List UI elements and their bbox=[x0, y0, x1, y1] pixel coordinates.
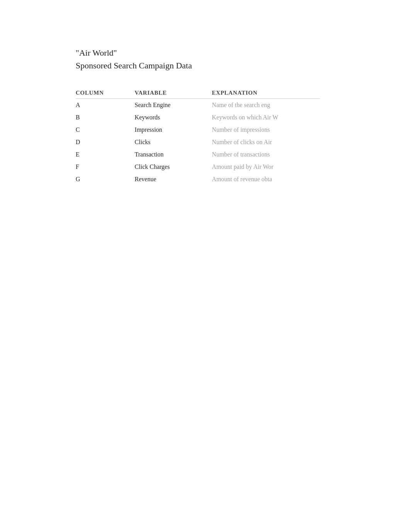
cell-explanation: Amount of revenue obta bbox=[212, 173, 320, 185]
cell-explanation: Number of transactions bbox=[212, 148, 320, 161]
cell-explanation: Name of the search eng bbox=[212, 99, 320, 112]
cell-column: E bbox=[76, 148, 135, 161]
title-section: "Air World" Sponsored Search Campaign Da… bbox=[76, 46, 410, 72]
cell-explanation: Number of impressions bbox=[212, 124, 320, 136]
table-row: GRevenueAmount of revenue obta bbox=[76, 173, 320, 185]
cell-variable: Search Engine bbox=[135, 99, 212, 112]
header-variable: VARIABLE bbox=[135, 87, 212, 99]
cell-column: C bbox=[76, 124, 135, 136]
header-explanation: EXPLANATION bbox=[212, 87, 320, 99]
cell-variable: Impression bbox=[135, 124, 212, 136]
main-title: "Air World" bbox=[76, 46, 410, 59]
cell-variable: Keywords bbox=[135, 111, 212, 124]
table-row: CImpressionNumber of impressions bbox=[76, 124, 320, 136]
table-body: ASearch EngineName of the search engBKey… bbox=[76, 99, 320, 186]
table-row: FClick ChargesAmount paid by Air Wor bbox=[76, 161, 320, 173]
cell-variable: Revenue bbox=[135, 173, 212, 185]
cell-column: D bbox=[76, 136, 135, 148]
cell-variable: Click Charges bbox=[135, 161, 212, 173]
cell-column: G bbox=[76, 173, 135, 185]
page-container: "Air World" Sponsored Search Campaign Da… bbox=[0, 0, 410, 185]
table-row: ETransactionNumber of transactions bbox=[76, 148, 320, 161]
table-row: ASearch EngineName of the search eng bbox=[76, 99, 320, 112]
cell-variable: Transaction bbox=[135, 148, 212, 161]
table-header-row: COLUMN VARIABLE EXPLANATION bbox=[76, 87, 320, 99]
table-row: BKeywordsKeywords on which Air W bbox=[76, 111, 320, 124]
cell-explanation: Keywords on which Air W bbox=[212, 111, 320, 124]
cell-column: A bbox=[76, 99, 135, 112]
subtitle: Sponsored Search Campaign Data bbox=[76, 59, 410, 72]
data-table: COLUMN VARIABLE EXPLANATION ASearch Engi… bbox=[76, 87, 320, 185]
cell-column: B bbox=[76, 111, 135, 124]
table-row: DClicksNumber of clicks on Air bbox=[76, 136, 320, 148]
cell-variable: Clicks bbox=[135, 136, 212, 148]
header-column: COLUMN bbox=[76, 87, 135, 99]
cell-column: F bbox=[76, 161, 135, 173]
cell-explanation: Number of clicks on Air bbox=[212, 136, 320, 148]
cell-explanation: Amount paid by Air Wor bbox=[212, 161, 320, 173]
